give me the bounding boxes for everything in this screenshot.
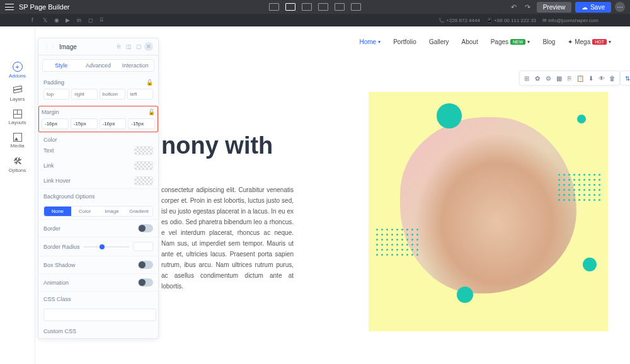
preview-button[interactable]: Preview [537, 2, 572, 13]
toggle-toolbar[interactable]: ⇅ [620, 71, 630, 86]
nav-pages[interactable]: Pages NEW ▾ [491, 38, 530, 45]
device-tablet-icon[interactable] [318, 3, 328, 11]
device-mobile-l-icon[interactable] [335, 3, 345, 11]
device-tablet-l-icon[interactable] [302, 3, 312, 11]
nav-about[interactable]: About [462, 38, 478, 45]
more-icon[interactable]: ⋯ [615, 2, 625, 12]
device-desktop-icon[interactable] [269, 3, 279, 11]
app-title: SP Page Builder [19, 3, 70, 11]
rail-layers[interactable]: Layers [0, 82, 35, 106]
linkedin-icon[interactable]: in [77, 17, 83, 23]
rail-media[interactable]: Media [0, 129, 35, 152]
menu-icon[interactable] [5, 4, 14, 10]
element-toolbar: ⊞ ✿ ⚙ ▦ ⎘ 📋 ⬇ 👁 🗑 [519, 71, 620, 86]
settings-icon[interactable]: ✿ [532, 73, 542, 83]
delete-icon[interactable]: 🗑 [607, 73, 617, 83]
hero-image[interactable] [369, 92, 608, 331]
copy-icon[interactable]: ⎘ [114, 42, 123, 51]
rail-layouts[interactable]: Layouts [0, 106, 35, 129]
instagram-icon[interactable]: ◻ [88, 17, 94, 23]
youtube-icon[interactable]: ▶ [66, 17, 72, 23]
nav-blog[interactable]: Blog [542, 38, 555, 45]
save-button[interactable]: ☁ Save [575, 2, 611, 13]
twitter-icon[interactable]: 𝕏 [43, 17, 49, 23]
body-text: consectetur adipiscing elit. Curabitur v… [161, 185, 294, 292]
save-section-icon[interactable]: ⬇ [586, 73, 596, 83]
rail-addons[interactable]: +Addons [0, 58, 35, 82]
duplicate-icon[interactable]: ⎘ [564, 73, 575, 83]
visibility-icon[interactable]: 👁 [597, 73, 607, 83]
flickr-icon[interactable]: ⠿ [100, 17, 106, 23]
device-mobile-icon[interactable] [351, 3, 361, 11]
nav-mega[interactable]: ✦ Mega HOT ▾ [568, 38, 611, 45]
phone1: 📞 +228 872 4444 [438, 18, 480, 23]
save-label: Save [590, 4, 605, 11]
columns-icon[interactable]: ▦ [554, 73, 564, 83]
add-icon[interactable]: ⊞ [522, 73, 532, 83]
nav-home[interactable]: Home ▾ [360, 38, 381, 45]
code-icon[interactable]: ⚙ [543, 73, 553, 83]
drag-handle-icon[interactable]: ⋮⋮ [43, 43, 56, 50]
paste-icon[interactable]: 📋 [575, 73, 585, 83]
main-nav: Home ▾PortfolioGalleryAboutPages NEW ▾Bl… [341, 26, 631, 57]
device-laptop-icon[interactable] [285, 3, 295, 11]
nav-portfolio[interactable]: Portfolio [393, 38, 416, 45]
expand-icon[interactable]: ▢ [134, 42, 143, 51]
email: ✉ info@joomshaper.com [542, 18, 598, 23]
facebook-icon[interactable]: f [32, 17, 38, 23]
redo-icon[interactable]: ↷ [523, 2, 533, 12]
pinterest-icon[interactable]: ◉ [54, 17, 60, 23]
undo-icon[interactable]: ↶ [509, 2, 519, 12]
device-switcher [269, 3, 361, 11]
close-icon[interactable]: ✕ [144, 42, 153, 51]
rail-options[interactable]: 🛠Options [0, 152, 35, 177]
dock-icon[interactable]: ◫ [124, 42, 133, 51]
panel-title: Image [59, 43, 77, 50]
phone2: 📱 +88 00 111 222 33 [486, 18, 536, 23]
nav-gallery[interactable]: Gallery [429, 38, 449, 45]
